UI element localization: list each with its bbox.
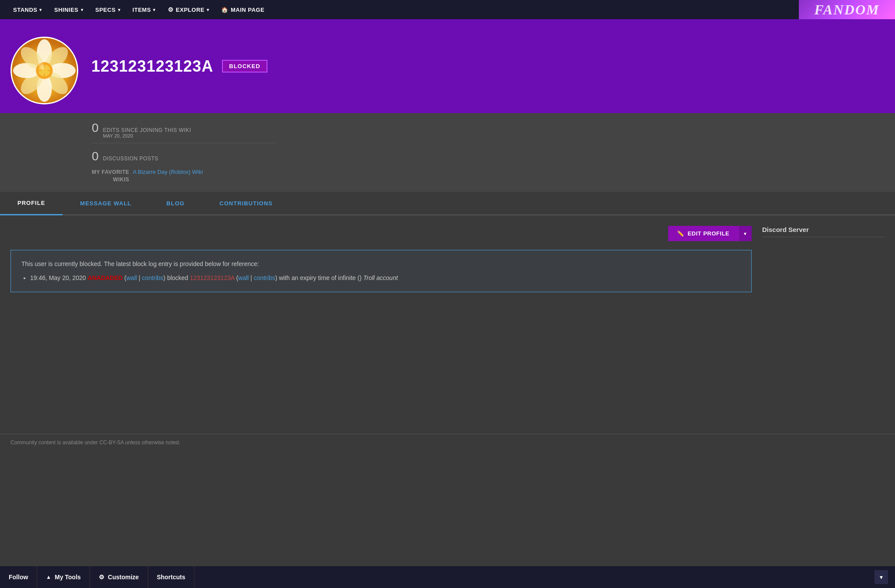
edit-profile-row: ✏️ EDIT PROFILE ▾ bbox=[10, 226, 752, 241]
pencil-icon: ✏️ bbox=[677, 230, 684, 237]
content-area: ✏️ EDIT PROFILE ▾ This user is currently… bbox=[0, 215, 895, 434]
tab-profile[interactable]: PROFILE bbox=[0, 192, 62, 215]
dropdown-chevron-icon: ▾ bbox=[744, 231, 746, 237]
stands-chevron-icon: ▾ bbox=[39, 7, 42, 12]
avatar-image bbox=[12, 38, 77, 103]
block-notice: This user is currently blocked. The late… bbox=[10, 250, 752, 292]
edits-stat-row: 0 EDITS SINCE JOINING THIS WIKI MAY 20, … bbox=[92, 121, 885, 138]
edits-label: EDITS SINCE JOINING THIS WIKI bbox=[103, 127, 191, 133]
discord-server-title: Discord Server bbox=[762, 226, 885, 237]
my-tools-button[interactable]: ▲ My Tools bbox=[37, 566, 90, 588]
blocker-wall-link[interactable]: wall bbox=[126, 274, 137, 281]
sidebar: Discord Server bbox=[762, 226, 885, 423]
blocked-contribs-link[interactable]: contribs bbox=[254, 274, 275, 281]
footer-down-button[interactable]: ▾ bbox=[874, 570, 888, 584]
blocked-wall-link[interactable]: wall bbox=[238, 274, 249, 281]
edit-profile-dropdown-button[interactable]: ▾ bbox=[738, 226, 752, 241]
username-area: 123123123123A BLOCKED bbox=[91, 57, 267, 76]
follow-button[interactable]: Follow bbox=[0, 566, 37, 588]
profile-info-area: 0 EDITS SINCE JOINING THIS WIKI MAY 20, … bbox=[0, 113, 895, 192]
username: 123123123123A bbox=[91, 57, 213, 76]
nav-explore[interactable]: ⚙ EXPLORE ▾ bbox=[162, 0, 215, 19]
blocked-user-link[interactable]: 123123123123A bbox=[190, 274, 235, 281]
nav-main-page[interactable]: 🏠 MAIN PAGE bbox=[215, 0, 271, 19]
discussion-count: 0 bbox=[92, 149, 99, 163]
shinies-chevron-icon: ▾ bbox=[81, 7, 83, 12]
shortcuts-button[interactable]: Shortcuts bbox=[148, 566, 194, 588]
nav-stands[interactable]: STANDS ▾ bbox=[7, 0, 48, 19]
explore-chevron-icon: ▾ bbox=[207, 7, 209, 12]
community-note: Community content is available under CC-… bbox=[0, 434, 895, 451]
tabs-bar: PROFILE MESSAGE WALL BLOG CONTRIBUTIONS bbox=[0, 192, 895, 215]
footer-bar: Follow ▲ My Tools ⚙ Customize Shortcuts … bbox=[0, 566, 895, 588]
footer-right: ▾ bbox=[867, 566, 895, 588]
profile-header: 123123123123A BLOCKED bbox=[0, 19, 895, 113]
block-reason: Troll account bbox=[363, 274, 398, 281]
block-log-entry: 19:46, May 20, 2020 ANADADED (wall | con… bbox=[30, 273, 741, 283]
items-chevron-icon: ▾ bbox=[153, 7, 156, 12]
favorite-wikis: MY FAVORITEWIKIS A Bizarre Day (Roblox) … bbox=[92, 169, 885, 183]
favorite-wiki-link[interactable]: A Bizarre Day (Roblox) Wiki bbox=[133, 169, 203, 175]
fandom-logo: FANDOM bbox=[799, 0, 895, 19]
blocker-contribs-link[interactable]: contribs bbox=[142, 274, 163, 281]
main-content: ✏️ EDIT PROFILE ▾ This user is currently… bbox=[10, 226, 762, 423]
gear-icon: ⚙ bbox=[99, 574, 104, 581]
specs-chevron-icon: ▾ bbox=[118, 7, 121, 12]
stat-divider bbox=[92, 143, 275, 143]
customize-button[interactable]: ⚙ Customize bbox=[90, 566, 148, 588]
edit-profile-button[interactable]: ✏️ EDIT PROFILE bbox=[668, 226, 738, 241]
discussion-label: DISCUSSION POSTS bbox=[103, 156, 159, 162]
nav-shinies[interactable]: SHINIES ▾ bbox=[48, 0, 89, 19]
block-log-list: 19:46, May 20, 2020 ANADADED (wall | con… bbox=[30, 273, 741, 283]
edits-count: 0 bbox=[92, 121, 99, 135]
tab-blog[interactable]: BLOG bbox=[149, 192, 202, 214]
blocked-badge: BLOCKED bbox=[222, 60, 267, 73]
tab-contributions[interactable]: CONTRIBUTIONS bbox=[202, 192, 290, 214]
discussion-stat-row: 0 DISCUSSION POSTS bbox=[92, 149, 885, 163]
tools-up-icon: ▲ bbox=[46, 574, 51, 580]
tab-message-wall[interactable]: MESSAGE WALL bbox=[62, 192, 149, 214]
avatar bbox=[10, 37, 78, 104]
edit-btn-group: ✏️ EDIT PROFILE ▾ bbox=[668, 226, 752, 241]
nav-specs[interactable]: SPECS ▾ bbox=[89, 0, 126, 19]
footer-spacer bbox=[194, 566, 867, 588]
favorite-label: MY FAVORITEWIKIS bbox=[92, 169, 129, 183]
home-icon: 🏠 bbox=[221, 7, 229, 13]
blocker-name: ANADADED bbox=[88, 274, 123, 281]
explore-icon: ⚙ bbox=[168, 6, 174, 13]
top-nav: STANDS ▾ SHINIES ▾ SPECS ▾ ITEMS ▾ ⚙ EXP… bbox=[0, 0, 895, 19]
nav-items[interactable]: ITEMS ▾ bbox=[126, 0, 162, 19]
edits-date: MAY 20, 2020 bbox=[103, 133, 191, 138]
